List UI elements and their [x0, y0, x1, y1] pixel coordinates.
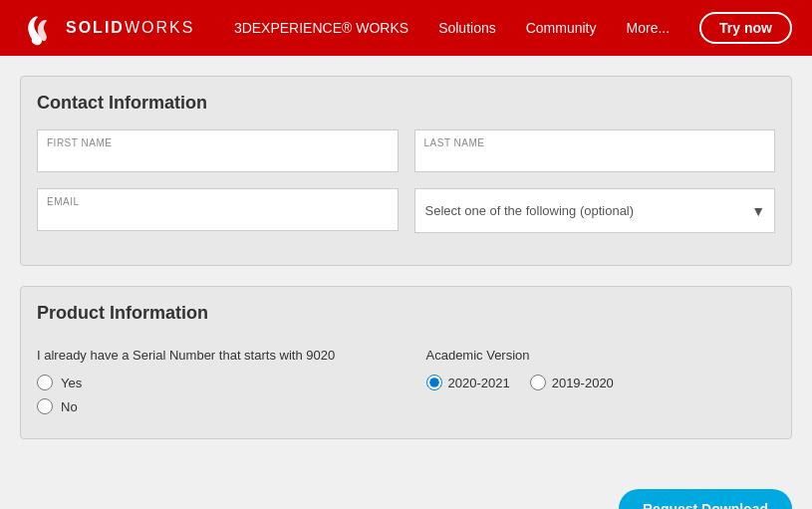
nav-solutions[interactable]: Solutions: [438, 20, 496, 36]
optional-select-group: Select one of the following (optional) ▼: [414, 188, 776, 233]
academic-2020-2021-label: 2020-2021: [448, 376, 510, 390]
academic-options: 2020-2021 2019-2020: [426, 375, 776, 390]
name-row: FIRST NAME LAST NAME: [37, 129, 775, 172]
email-input[interactable]: [37, 188, 399, 231]
nav-3dexperience[interactable]: 3DEXPERIENCE® WORKS: [234, 20, 408, 36]
academic-2020-2021[interactable]: 2020-2021: [426, 375, 510, 390]
academic-2019-2020-radio[interactable]: [530, 375, 546, 390]
no-label: No: [61, 399, 78, 414]
header: SOLIDWORKS 3DEXPERIENCE® WORKS Solutions…: [0, 0, 812, 56]
main-content: Contact Information FIRST NAME LAST NAME…: [0, 56, 812, 479]
optional-select[interactable]: Select one of the following (optional): [414, 188, 776, 233]
logo-area: SOLIDWORKS: [20, 9, 194, 47]
contact-section: Contact Information FIRST NAME LAST NAME…: [20, 76, 792, 266]
email-row: EMAIL Select one of the following (optio…: [37, 188, 775, 233]
academic-2019-2020[interactable]: 2019-2020: [530, 375, 614, 390]
academic-2019-2020-label: 2019-2020: [552, 376, 614, 390]
footer-area: Request Download: [0, 479, 812, 509]
try-now-button[interactable]: Try now: [699, 12, 792, 44]
email-group: EMAIL: [37, 188, 399, 233]
first-name-input[interactable]: [37, 129, 399, 172]
academic-2020-2021-radio[interactable]: [426, 375, 442, 390]
request-download-button[interactable]: Request Download: [619, 489, 792, 509]
academic-col: Academic Version 2020-2021 2019-2020: [426, 348, 776, 390]
nav-community[interactable]: Community: [526, 20, 597, 36]
last-name-input[interactable]: [414, 129, 776, 172]
serial-number-col: I already have a Serial Number that star…: [37, 348, 387, 414]
nav-more[interactable]: More...: [627, 20, 671, 36]
brand-name: SOLIDWORKS: [66, 19, 194, 37]
main-nav: 3DEXPERIENCE® WORKS Solutions Community …: [234, 12, 792, 44]
yes-label: Yes: [61, 376, 82, 390]
product-section-title: Product Information: [37, 303, 775, 324]
no-option[interactable]: No: [37, 398, 387, 414]
product-row: I already have a Serial Number that star…: [37, 340, 775, 422]
solidworks-logo-icon: [20, 9, 58, 47]
yes-no-group: Yes No: [37, 375, 387, 414]
product-section: Product Information I already have a Ser…: [20, 286, 792, 439]
yes-option[interactable]: Yes: [37, 375, 387, 390]
contact-section-title: Contact Information: [37, 93, 775, 114]
serial-question: I already have a Serial Number that star…: [37, 348, 387, 363]
first-name-group: FIRST NAME: [37, 129, 399, 172]
yes-radio[interactable]: [37, 375, 53, 390]
academic-label: Academic Version: [426, 348, 776, 363]
no-radio[interactable]: [37, 398, 53, 414]
last-name-group: LAST NAME: [414, 129, 776, 172]
